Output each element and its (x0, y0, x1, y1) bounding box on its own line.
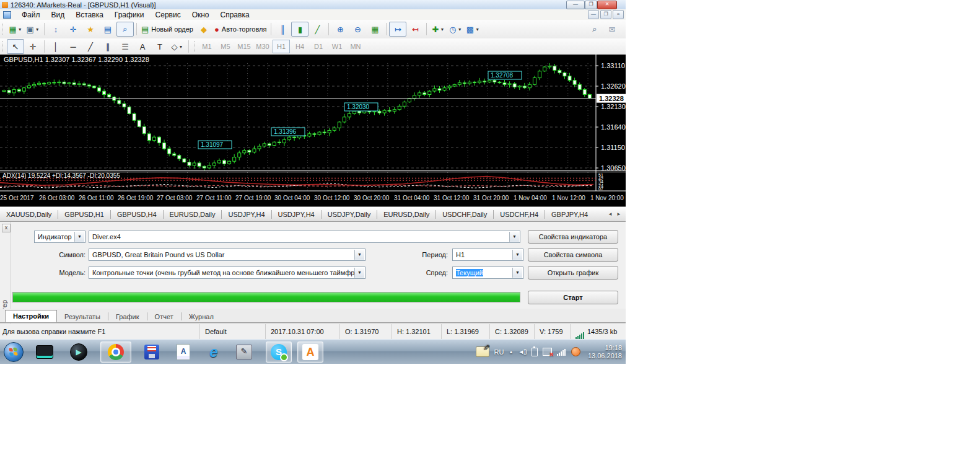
chart-tab-usdchf-h4[interactable]: USDCHF,H4 (494, 209, 545, 220)
skype-taskbar-icon[interactable]: S (266, 342, 292, 363)
arrows-caret-icon[interactable]: ▼ (179, 45, 183, 49)
tabs-scroll-left-icon[interactable]: ◄ (606, 209, 615, 219)
period-combo[interactable]: H1▼ (452, 249, 523, 261)
chart-tab-usdjpy-h4[interactable]: USDJPY,H4 (272, 209, 321, 220)
symbol-properties-button[interactable]: Свойства символа (528, 248, 618, 262)
timeframe-h1-button[interactable]: H1 (273, 40, 290, 53)
timeframe-w1-button[interactable]: W1 (328, 40, 346, 53)
metaeditor-button[interactable]: ◆ (195, 22, 212, 37)
navigator-button[interactable]: ★ (82, 22, 99, 37)
menu-файл[interactable]: Файл (16, 10, 46, 20)
templates-caret-icon[interactable]: ▼ (475, 27, 479, 32)
auto-trading-button[interactable]: ●Авто-торговля (212, 22, 269, 37)
strategy-tester-button[interactable]: ⌕ (116, 22, 134, 37)
chart-area[interactable]: GBPUSD,H1 1.32307 1.32367 1.32290 1.3232… (0, 55, 626, 206)
menu-окно[interactable]: Окно (186, 10, 215, 20)
chart-tab-usdjpy-daily[interactable]: USDJPY,Daily (322, 209, 377, 220)
mdi-minimize-button[interactable]: — (588, 10, 599, 19)
chart-tab-usdjpy-h4[interactable]: USDJPY,H4 (222, 209, 271, 220)
network-error-icon[interactable] (543, 348, 552, 356)
open-chart-button[interactable]: Открыть график (528, 266, 618, 280)
market-watch-button[interactable]: ↕ (47, 22, 64, 37)
chart-tab-usdchf-daily[interactable]: USDCHF,Daily (436, 209, 493, 220)
timeframe-m30-button[interactable]: M30 (254, 40, 271, 53)
design-tool-taskbar-icon[interactable]: ✎ (233, 342, 255, 362)
volume-icon[interactable]: ◄)) (518, 348, 527, 355)
equidistant-channel-button[interactable]: ∥ (99, 39, 116, 54)
tester-tab-журнал[interactable]: Журнал (182, 311, 221, 322)
internet-explorer-taskbar-icon[interactable]: e (203, 342, 225, 362)
tabs-scroll-right-icon[interactable]: ► (615, 209, 623, 219)
word-processor-taskbar-icon[interactable]: A (172, 342, 195, 362)
new-chart-caret-icon[interactable]: ▼ (18, 27, 22, 32)
tray-expand-icon[interactable]: ▲ (509, 350, 513, 354)
periods-button[interactable]: ◷▼ (447, 22, 464, 37)
save-app-taskbar-icon[interactable] (141, 342, 163, 362)
tile-windows-button[interactable]: ▦ (366, 22, 383, 37)
media-player-taskbar-icon[interactable]: ▶ (68, 342, 90, 362)
model-combo[interactable]: Контрольные точки (очень грубый метод на… (89, 267, 365, 279)
timeframe-m1-button[interactable]: M1 (198, 40, 216, 53)
chart-tab-gbpusd-h4[interactable]: GBPUSD,H4 (111, 209, 163, 220)
arrows-button[interactable]: ◇▼ (168, 39, 186, 54)
symbol-combo[interactable]: GBPUSD, Great Britain Pound vs US Dollar… (89, 249, 365, 261)
tester-tab-график[interactable]: График (108, 311, 147, 322)
auto-scroll-button[interactable]: ↦ (389, 22, 406, 37)
close-button[interactable]: ✕ (597, 1, 617, 9)
crosshair-button[interactable]: ✛ (24, 39, 42, 54)
chart-candles-button[interactable]: ▮ (291, 22, 308, 37)
menu-вид[interactable]: Вид (46, 10, 71, 20)
tester-tab-настройки[interactable]: Настройки (5, 310, 57, 322)
chart-tab-eurusd-daily[interactable]: EURUSD,Daily (164, 209, 222, 220)
new-order-button[interactable]: ▤Новый ордер (139, 22, 195, 37)
menu-справка[interactable]: Справка (215, 10, 255, 20)
new-chart-button[interactable]: ▦▼ (7, 22, 24, 37)
profiles-button[interactable]: ▣▼ (24, 22, 42, 37)
indicator-properties-button[interactable]: Свойства индикатора (528, 230, 618, 244)
amarkets-taskbar-icon[interactable]: A (297, 342, 323, 363)
chart-tab-eurusd-daily[interactable]: EURUSD,Daily (377, 209, 435, 220)
community-chat-button[interactable]: ✉ (603, 22, 621, 37)
chrome-taskbar-icon[interactable] (100, 342, 131, 363)
data-window-button[interactable]: ✛ (64, 22, 82, 37)
mdi-restore-button[interactable]: ❐ (600, 10, 611, 19)
text-label-button[interactable]: T (151, 39, 168, 54)
tester-tab-результаты[interactable]: Результаты (57, 311, 108, 322)
trend-line-button[interactable]: ╱ (82, 39, 99, 54)
tester-mode-combo[interactable]: Индикатор▼ (34, 231, 85, 243)
start-button[interactable]: Старт (528, 291, 618, 304)
tester-indicator-combo[interactable]: Diver.ex4▼ (89, 231, 520, 243)
battery-icon[interactable] (532, 348, 538, 356)
signal-strength-icon[interactable] (557, 348, 566, 356)
timeframe-mn-button[interactable]: MN (347, 40, 364, 53)
minimize-button[interactable]: — (566, 1, 585, 9)
spread-combo[interactable]: Текущий▼ (452, 267, 523, 279)
file-manager-taskbar-icon[interactable] (33, 342, 56, 362)
indicators-caret-icon[interactable]: ▼ (440, 27, 444, 32)
profiles-caret-icon[interactable]: ▼ (35, 27, 40, 32)
fibonacci-button[interactable]: ☰ (116, 39, 134, 54)
chart-tab-xauusd-daily[interactable]: XAUUSD,Daily (0, 209, 58, 220)
language-indicator[interactable]: RU (494, 348, 504, 356)
timeframe-m5-button[interactable]: M5 (217, 40, 234, 53)
indicators-button[interactable]: ✚▼ (429, 22, 447, 37)
menu-сервис[interactable]: Сервис (150, 10, 186, 20)
periods-caret-icon[interactable]: ▼ (458, 27, 462, 32)
timeframe-d1-button[interactable]: D1 (310, 40, 327, 53)
templates-button[interactable]: ▩▼ (464, 22, 481, 37)
terminal-button[interactable]: ▤ (99, 22, 116, 37)
chart-line-button[interactable]: ╱ (308, 22, 326, 37)
zoom-in-button[interactable]: ⊕ (331, 22, 349, 37)
avast-icon[interactable] (571, 347, 580, 356)
pen-input-icon[interactable] (476, 346, 489, 357)
mdi-close-button[interactable]: × (613, 10, 624, 19)
tester-tab-отчет[interactable]: Отчет (147, 311, 181, 322)
text-button[interactable]: A (134, 39, 151, 54)
menu-графики[interactable]: Графики (109, 10, 150, 20)
vertical-line-button[interactable]: │ (47, 39, 64, 54)
restore-button[interactable]: ❐ (585, 1, 597, 9)
chart-shift-button[interactable]: ↤ (406, 22, 424, 37)
zoom-out-button[interactable]: ⊖ (349, 22, 366, 37)
chart-tab-gbpjpy-h4[interactable]: GBPJPY,H4 (545, 209, 594, 220)
start-button[interactable] (4, 342, 24, 362)
